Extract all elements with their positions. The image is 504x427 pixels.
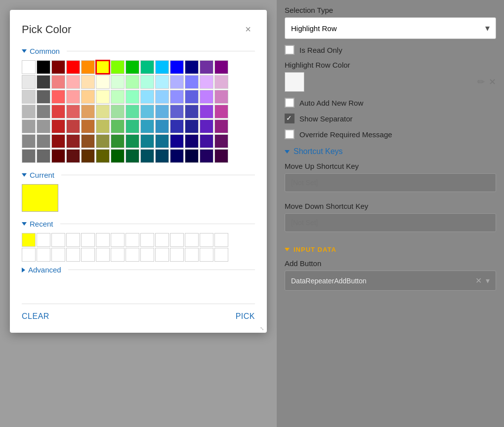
color-cell-selected[interactable] <box>96 60 110 74</box>
color-cell[interactable] <box>111 90 125 104</box>
recent-cell[interactable] <box>214 233 228 247</box>
color-cell[interactable] <box>140 105 154 118</box>
edit-color-button[interactable]: ✏ <box>477 77 485 87</box>
color-cell[interactable] <box>200 134 213 148</box>
add-button-clear-icon[interactable]: ✕ <box>475 276 482 285</box>
color-cell[interactable] <box>170 105 184 118</box>
color-cell[interactable] <box>155 119 169 133</box>
color-cell[interactable] <box>66 119 80 133</box>
color-cell[interactable] <box>140 119 154 133</box>
recent-cell[interactable] <box>155 248 169 262</box>
color-cell[interactable] <box>96 90 110 104</box>
color-cell[interactable] <box>22 90 36 104</box>
recent-cell[interactable] <box>96 233 110 247</box>
color-cell[interactable] <box>214 60 228 74</box>
color-cell[interactable] <box>51 75 65 89</box>
recent-cell[interactable] <box>185 248 199 262</box>
color-cell[interactable] <box>185 75 199 89</box>
recent-cell[interactable] <box>22 248 36 262</box>
color-cell[interactable] <box>214 90 228 104</box>
color-cell[interactable] <box>22 149 36 163</box>
current-collapse-icon[interactable] <box>22 173 27 177</box>
recent-cell[interactable] <box>140 248 154 262</box>
color-cell[interactable] <box>155 149 169 163</box>
color-cell[interactable] <box>126 90 139 104</box>
recent-cell[interactable] <box>111 233 125 247</box>
color-cell[interactable] <box>200 149 213 163</box>
recent-cell[interactable] <box>140 233 154 247</box>
recent-cell[interactable] <box>81 233 95 247</box>
color-cell[interactable] <box>37 119 50 133</box>
dialog-close-button[interactable]: × <box>241 22 255 37</box>
color-cell[interactable] <box>111 134 125 148</box>
recent-cell[interactable] <box>170 248 184 262</box>
recent-cell[interactable] <box>37 248 50 262</box>
recent-cell[interactable] <box>170 233 184 247</box>
color-cell[interactable] <box>140 134 154 148</box>
color-cell[interactable] <box>51 134 65 148</box>
recent-cell[interactable] <box>214 248 228 262</box>
color-cell[interactable] <box>96 105 110 118</box>
recent-cell[interactable] <box>81 248 95 262</box>
recent-cell[interactable] <box>51 233 65 247</box>
recent-cell[interactable] <box>155 233 169 247</box>
color-cell[interactable] <box>126 60 139 74</box>
color-cell[interactable] <box>37 60 50 74</box>
color-cell[interactable] <box>140 75 154 89</box>
color-cell[interactable] <box>185 119 199 133</box>
recent-cell[interactable] <box>51 248 65 262</box>
color-cell[interactable] <box>66 105 80 118</box>
color-cell[interactable] <box>140 149 154 163</box>
color-cell[interactable] <box>66 75 80 89</box>
color-cell[interactable] <box>200 60 213 74</box>
recent-collapse-icon[interactable] <box>22 222 27 226</box>
current-color-box[interactable] <box>22 184 58 212</box>
color-cell[interactable] <box>214 119 228 133</box>
color-cell[interactable] <box>126 105 139 118</box>
recent-cell[interactable] <box>200 248 213 262</box>
color-cell[interactable] <box>51 105 65 118</box>
advanced-header[interactable]: Advanced <box>22 266 255 274</box>
color-cell[interactable] <box>66 134 80 148</box>
recent-cell[interactable] <box>22 233 36 247</box>
highlight-color-preview[interactable] <box>285 72 304 92</box>
color-cell[interactable] <box>111 60 125 74</box>
color-cell[interactable] <box>155 75 169 89</box>
color-cell[interactable] <box>37 134 50 148</box>
color-cell[interactable] <box>170 134 184 148</box>
color-cell[interactable] <box>22 134 36 148</box>
recent-cell[interactable] <box>185 233 199 247</box>
color-cell[interactable] <box>214 75 228 89</box>
color-cell[interactable] <box>111 119 125 133</box>
color-cell[interactable] <box>155 60 169 74</box>
color-cell[interactable] <box>81 75 95 89</box>
color-cell[interactable] <box>96 75 110 89</box>
color-cell[interactable] <box>170 119 184 133</box>
color-cell[interactable] <box>81 149 95 163</box>
color-cell[interactable] <box>170 75 184 89</box>
color-cell[interactable] <box>37 149 50 163</box>
color-cell[interactable] <box>185 149 199 163</box>
color-cell[interactable] <box>155 90 169 104</box>
recent-cell[interactable] <box>66 248 80 262</box>
color-cell[interactable] <box>155 105 169 118</box>
color-cell[interactable] <box>22 105 36 118</box>
color-cell[interactable] <box>185 134 199 148</box>
color-cell[interactable] <box>126 75 139 89</box>
common-collapse-icon[interactable] <box>22 49 27 53</box>
color-cell[interactable] <box>170 60 184 74</box>
color-cell[interactable] <box>51 60 65 74</box>
color-cell[interactable] <box>185 105 199 118</box>
color-cell[interactable] <box>200 119 213 133</box>
color-cell[interactable] <box>22 119 36 133</box>
color-cell[interactable] <box>37 75 50 89</box>
color-cell[interactable] <box>140 60 154 74</box>
color-cell[interactable] <box>66 90 80 104</box>
color-cell[interactable] <box>140 90 154 104</box>
color-cell[interactable] <box>22 60 36 74</box>
color-cell[interactable] <box>81 90 95 104</box>
color-cell[interactable] <box>111 105 125 118</box>
add-button-chevron-icon[interactable]: ▾ <box>486 276 490 285</box>
color-cell[interactable] <box>51 90 65 104</box>
color-cell[interactable] <box>81 105 95 118</box>
